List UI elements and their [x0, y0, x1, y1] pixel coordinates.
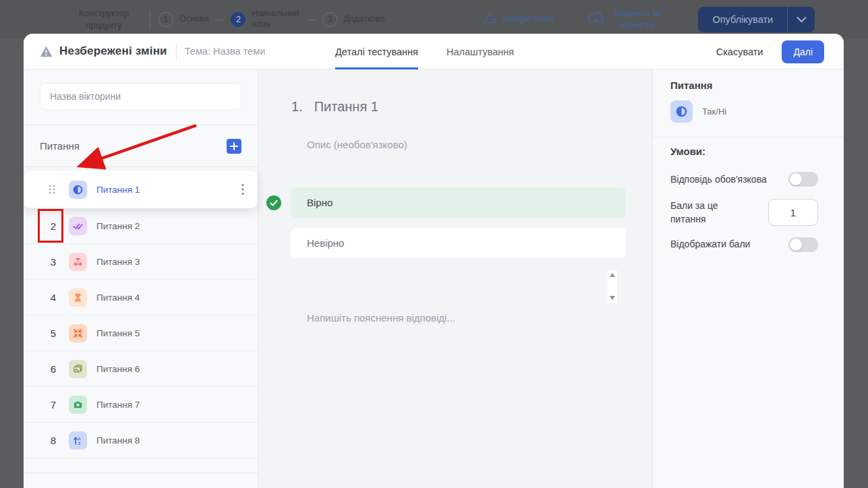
- required-answer-toggle[interactable]: [788, 172, 818, 187]
- description-input[interactable]: Опис (необов'язково): [307, 139, 407, 150]
- question-row[interactable]: 6 Питання 6: [24, 351, 258, 387]
- question-row-label: Питання 2: [96, 221, 140, 231]
- answer-option-false[interactable]: Невірно: [291, 228, 626, 258]
- question-row[interactable]: 7 Питання 7: [24, 387, 258, 423]
- modal-header: Незбережені зміни Тема: Назва теми Детал…: [24, 34, 844, 69]
- points-label: Бали за це питання: [670, 199, 741, 226]
- answer-row-correct: Вірно: [266, 187, 626, 218]
- question-row-number: 2: [49, 220, 58, 232]
- question-row-number: 4: [49, 292, 58, 303]
- question-row-number: 3: [49, 256, 58, 268]
- header-actions: Скасувати Далі: [716, 34, 824, 69]
- question-row[interactable]: 8 AZ Питання 8: [24, 423, 258, 458]
- show-points-toggle[interactable]: [788, 237, 818, 252]
- question-row-number: 8: [49, 435, 58, 446]
- questions-sidebar: Питання Питання 1 2 Питання 2 3 Питання …: [24, 69, 258, 488]
- question-settings-panel: Питання Так/Ні Умови: Відповідь обов'язк…: [652, 69, 844, 488]
- show-points-label: Відображати бали: [670, 237, 750, 251]
- question-title-row: 1. Питання 1: [291, 99, 378, 115]
- chevron-down-icon[interactable]: [788, 17, 815, 22]
- question-list: Питання 1 2 Питання 2 3 Питання 3 4 Пита…: [24, 167, 258, 458]
- question-row-label: Питання 8: [96, 435, 140, 446]
- save-draft-button[interactable]: Зберегти як чернетку: [587, 8, 663, 31]
- question-row-label: Питання 3: [96, 257, 140, 267]
- contrast-icon: [69, 181, 87, 199]
- scroll-up-icon[interactable]: [610, 273, 615, 277]
- question-row-label: Питання 7: [96, 400, 140, 410]
- camera-icon: [69, 396, 87, 414]
- product-builder-topbar: Конструктор продукту 1 Основи — 2 Навчал…: [0, 0, 868, 38]
- sidebar-bottom-divider: [24, 472, 258, 473]
- google-drive-label: Google Drive: [502, 13, 554, 25]
- modal-body: Питання Питання 1 2 Питання 2 3 Питання …: [24, 69, 844, 488]
- step-number: 2: [231, 12, 245, 27]
- questions-label: Питання: [40, 140, 80, 152]
- drag-handle-icon[interactable]: [46, 183, 58, 195]
- question-type-label: Так/Ні: [702, 106, 726, 117]
- publish-button[interactable]: Опублікувати: [698, 7, 815, 32]
- answers-list: Вірно Невірно: [266, 187, 626, 268]
- quiz-name-input[interactable]: [40, 83, 241, 110]
- question-row[interactable]: 3 Питання 3: [24, 244, 258, 280]
- question-row-label: Питання 4: [96, 293, 140, 303]
- google-drive-button[interactable]: Google Drive: [483, 11, 554, 27]
- toggle-knob: [790, 239, 802, 251]
- save-draft-label: Зберегти як чернетку: [610, 8, 663, 31]
- question-row-number: 6: [49, 363, 58, 375]
- collapse-arrows-icon: [69, 324, 87, 342]
- panel-divider: [653, 137, 844, 138]
- svg-text:Z: Z: [78, 440, 81, 445]
- step-separator: —: [307, 14, 316, 24]
- step-label: Додатково: [343, 14, 384, 25]
- step-basics[interactable]: 1 Основи: [158, 12, 208, 27]
- double-check-icon: [69, 217, 87, 235]
- question-row-selected[interactable]: Питання 1: [24, 171, 258, 208]
- show-points-row: Відображати бали: [670, 237, 818, 252]
- question-row[interactable]: 2 Питання 2: [24, 208, 258, 244]
- panel-question-heading: Питання: [670, 80, 818, 91]
- question-number: 1.: [291, 99, 303, 115]
- required-answer-row: Відповідь обов'язкова: [670, 172, 818, 187]
- quiz-editor-modal: Незбережені зміни Тема: Назва теми Детал…: [24, 34, 844, 488]
- modal-tabs: Деталі тестування Налаштування: [335, 34, 514, 69]
- yes-no-type-icon: [670, 100, 693, 123]
- google-drive-icon: [483, 11, 497, 27]
- required-answer-label: Відповідь обов'язкова: [670, 173, 767, 186]
- answer-option-true[interactable]: Вірно: [291, 187, 626, 218]
- conditions-heading: Умови:: [670, 146, 818, 157]
- sort-az-icon: AZ: [69, 431, 87, 450]
- question-title-input[interactable]: Питання 1: [314, 99, 378, 115]
- question-row[interactable]: 4 Питання 4: [24, 280, 258, 315]
- topic-subtitle: Тема: Назва теми: [185, 46, 265, 57]
- question-row-number: 5: [49, 328, 58, 339]
- correct-check-icon[interactable]: [266, 195, 281, 210]
- scroll-down-icon[interactable]: [610, 296, 615, 300]
- header-divider: [176, 42, 177, 60]
- question-row-label: Питання 1: [96, 185, 140, 195]
- explanation-scrollbar[interactable]: [608, 270, 617, 303]
- question-row-label: Питання 5: [96, 328, 140, 338]
- question-row-label: Питання 6: [96, 364, 140, 374]
- tab-test-details[interactable]: Деталі тестування: [335, 34, 418, 69]
- quiz-name-section: [24, 69, 258, 125]
- points-row: Бали за це питання: [670, 199, 818, 226]
- text-width-icon: [69, 253, 87, 271]
- question-row[interactable]: 5 Питання 5: [24, 315, 258, 351]
- cancel-button[interactable]: Скасувати: [716, 47, 763, 57]
- next-button[interactable]: Далі: [782, 40, 824, 63]
- add-question-button[interactable]: [227, 139, 241, 154]
- topbar-divider: [150, 11, 150, 28]
- step-separator: —: [215, 14, 224, 24]
- question-editor: 1. Питання 1 Опис (необов'язково) Вірно …: [258, 69, 652, 488]
- step-extra[interactable]: 3 Додатково: [322, 12, 384, 27]
- explanation-input[interactable]: Напишіть пояснення відповіді...: [307, 312, 455, 324]
- publish-label: Опублікувати: [698, 14, 787, 25]
- kebab-menu-icon[interactable]: [239, 181, 247, 198]
- tab-settings[interactable]: Налаштування: [446, 34, 514, 69]
- brand-title: Конструктор продукту: [73, 7, 135, 31]
- answer-row-incorrect: Невірно: [266, 228, 626, 258]
- wizard-steps: 1 Основи — 2 Навчальний план — 3 Додатко…: [158, 9, 384, 30]
- unsaved-changes-title: Незбережені зміни: [59, 44, 167, 58]
- step-curriculum[interactable]: 2 Навчальний план: [231, 9, 300, 30]
- points-input[interactable]: [768, 199, 818, 226]
